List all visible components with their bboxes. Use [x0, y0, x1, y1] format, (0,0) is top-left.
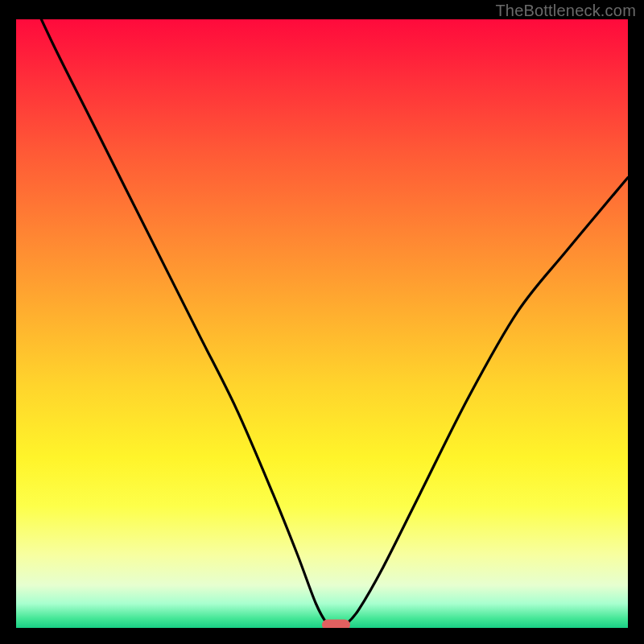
watermark-text: TheBottleneck.com [495, 2, 636, 20]
bottleneck-curve [16, 19, 628, 628]
optimal-marker [322, 619, 350, 628]
plot-area [16, 19, 628, 628]
chart-svg [16, 19, 628, 628]
chart-frame: TheBottleneck.com [0, 0, 644, 644]
